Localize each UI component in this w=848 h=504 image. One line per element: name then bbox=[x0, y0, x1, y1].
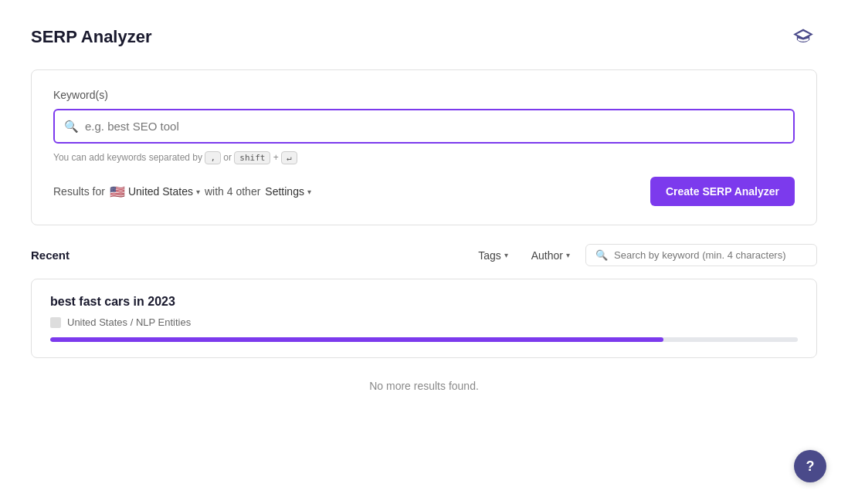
keyword-input[interactable] bbox=[85, 110, 784, 142]
country-name: United States bbox=[128, 185, 193, 198]
keyword-card: Keyword(s) 🔍 You can add keywords separa… bbox=[31, 69, 817, 225]
progress-bar-fill bbox=[50, 337, 663, 342]
logo-icon bbox=[789, 23, 817, 51]
content-area: SERP Analyzer Keyword(s) 🔍 You can add k… bbox=[0, 0, 848, 415]
recent-label: Recent bbox=[31, 249, 70, 262]
shift-badge: shift bbox=[234, 151, 270, 164]
filters-right: Tags ▾ Author ▾ 🔍 bbox=[470, 244, 817, 266]
settings-label: Settings bbox=[265, 185, 304, 198]
result-card[interactable]: best fast cars in 2023 United States / N… bbox=[31, 279, 817, 358]
results-left: Results for 🇺🇸 United States ▾ with 4 ot… bbox=[53, 184, 311, 199]
page-wrapper: SERP Analyzer Keyword(s) 🔍 You can add k… bbox=[0, 0, 848, 504]
result-title: best fast cars in 2023 bbox=[50, 295, 798, 309]
author-label: Author bbox=[531, 249, 563, 262]
keyword-search-icon: 🔍 bbox=[64, 120, 79, 134]
filter-search-icon: 🔍 bbox=[595, 249, 608, 261]
comma-badge: , bbox=[205, 151, 221, 164]
country-chevron-icon: ▾ bbox=[196, 188, 200, 196]
enter-badge: ↵ bbox=[281, 151, 297, 164]
page-title: SERP Analyzer bbox=[31, 27, 152, 47]
hint-text: You can add keywords separated by , or s… bbox=[53, 151, 795, 164]
keyword-search-input[interactable] bbox=[614, 249, 807, 261]
author-dropdown[interactable]: Author ▾ bbox=[524, 245, 578, 266]
result-meta-text: United States / NLP Entities bbox=[67, 316, 191, 328]
author-chevron-icon: ▾ bbox=[566, 251, 570, 259]
no-results-text: No more results found. bbox=[31, 380, 817, 392]
tags-dropdown[interactable]: Tags ▾ bbox=[470, 245, 516, 266]
result-meta-icon bbox=[50, 317, 61, 328]
us-flag-icon: 🇺🇸 bbox=[110, 184, 125, 199]
filters-row: Recent Tags ▾ Author ▾ 🔍 bbox=[31, 244, 817, 266]
result-meta: United States / NLP Entities bbox=[50, 316, 798, 328]
with-text: with 4 other bbox=[205, 185, 260, 198]
page-header: SERP Analyzer bbox=[31, 23, 817, 51]
country-selector[interactable]: 🇺🇸 United States ▾ bbox=[110, 184, 200, 199]
help-button[interactable]: ? bbox=[794, 450, 826, 482]
keyword-label: Keyword(s) bbox=[53, 89, 795, 101]
keyword-input-wrapper: 🔍 bbox=[53, 109, 795, 144]
keyword-search-wrapper: 🔍 bbox=[585, 244, 817, 266]
results-for-text: Results for bbox=[53, 185, 105, 198]
settings-chevron-icon: ▾ bbox=[307, 188, 311, 196]
progress-bar-wrapper bbox=[50, 337, 798, 342]
settings-dropdown[interactable]: Settings ▾ bbox=[265, 185, 311, 198]
results-row: Results for 🇺🇸 United States ▾ with 4 ot… bbox=[53, 177, 795, 206]
graduation-cap-icon bbox=[792, 26, 814, 48]
create-serp-analyzer-button[interactable]: Create SERP Analyzer bbox=[650, 177, 795, 206]
tags-label: Tags bbox=[478, 249, 501, 262]
tags-chevron-icon: ▾ bbox=[504, 251, 508, 259]
